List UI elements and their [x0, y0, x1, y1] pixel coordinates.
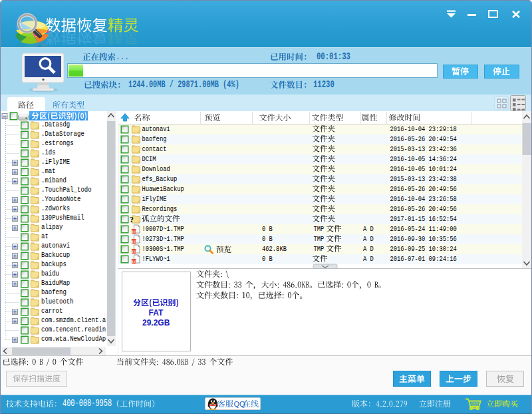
svg-text:?: ? [130, 215, 134, 224]
